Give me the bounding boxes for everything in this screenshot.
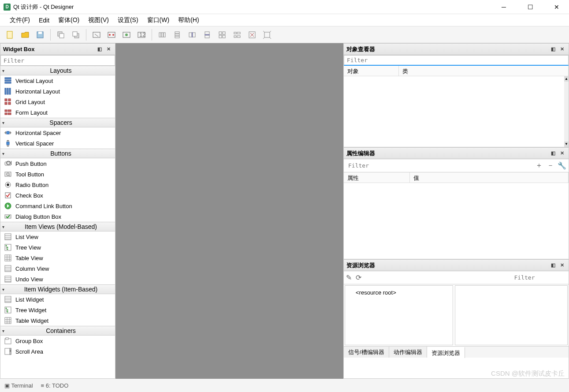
widget-label: Horizontal Layout	[15, 88, 60, 95]
col-value[interactable]: 值	[410, 172, 569, 183]
chevron-down-icon: ▾	[2, 329, 8, 333]
layout-h-button[interactable]	[156, 28, 169, 41]
property-filter[interactable]	[346, 161, 532, 171]
send-back-button[interactable]	[54, 28, 67, 41]
adjust-size-button[interactable]	[260, 28, 274, 41]
table-icon	[4, 254, 12, 261]
property-tree[interactable]	[344, 183, 569, 259]
category-header[interactable]: ▾Spacers	[0, 118, 115, 127]
resource-tree[interactable]: <resource root>	[345, 285, 453, 345]
widget-item[interactable]: Command Link Button	[0, 201, 115, 211]
edit-widgets-button[interactable]	[90, 28, 103, 41]
widget-item[interactable]: Undo View	[0, 274, 115, 284]
bring-front-button[interactable]	[69, 28, 82, 41]
menu-file[interactable]: 文件(F)	[5, 15, 34, 26]
resource-browser-title: 资源浏览器	[346, 261, 375, 269]
col-object[interactable]: 对象	[344, 66, 399, 76]
layout-vsplit-button[interactable]	[201, 28, 214, 41]
edit-signals-button[interactable]	[105, 28, 118, 41]
widget-item[interactable]: Form Layout	[0, 107, 115, 118]
category-header[interactable]: ▾Containers	[0, 326, 115, 336]
dock-close-icon[interactable]: ✕	[104, 45, 112, 53]
tab-signal-slot[interactable]: 信号/槽编辑器	[344, 347, 389, 358]
menu-form[interactable]: 窗体(O)	[54, 15, 84, 26]
design-canvas[interactable]	[115, 43, 343, 379]
chevron-down-icon: ▾	[2, 224, 8, 229]
menu-view[interactable]: 视图(V)	[84, 15, 113, 26]
configure-icon[interactable]: 🔧	[557, 161, 567, 171]
object-inspector-filter[interactable]	[344, 55, 569, 66]
resource-filter[interactable]	[480, 273, 569, 283]
tab-action-editor[interactable]: 动作编辑器	[389, 347, 427, 358]
save-button[interactable]	[33, 28, 47, 41]
minimize-button[interactable]: ─	[495, 1, 513, 13]
hspacer-icon	[4, 129, 12, 136]
widget-box-filter[interactable]	[0, 55, 115, 66]
widget-item[interactable]: Horizontal Spacer	[0, 127, 115, 138]
col-class[interactable]: 类	[399, 66, 569, 76]
widget-item[interactable]: Table Widget	[0, 315, 115, 326]
category-header[interactable]: ▾Item Widgets (Item-Based)	[0, 284, 115, 294]
dock-float-icon[interactable]: ◧	[549, 149, 557, 157]
tab-resource-browser[interactable]: 资源浏览器	[427, 347, 465, 358]
layout-grid-button[interactable]	[216, 28, 229, 41]
dock-close-icon[interactable]: ✕	[558, 45, 566, 53]
dock-close-icon[interactable]: ✕	[558, 261, 566, 269]
widget-item[interactable]: Vertical Layout	[0, 75, 115, 86]
widget-label: Tree View	[15, 244, 41, 251]
category-header[interactable]: ▾Layouts	[0, 66, 115, 75]
menu-edit[interactable]: Edit	[34, 15, 54, 26]
layout-hsplit-button[interactable]	[186, 28, 199, 41]
resource-root-item[interactable]: <resource root>	[347, 287, 451, 298]
widget-item[interactable]: Tool Button	[0, 169, 115, 179]
maximize-button[interactable]: ☐	[521, 1, 539, 13]
svg-rect-21	[189, 33, 192, 37]
widget-item[interactable]: Tree Widget	[0, 305, 115, 315]
terminal-tab[interactable]: ▣ Terminal	[4, 382, 33, 389]
reload-icon[interactable]: ⟳	[353, 273, 363, 283]
resource-view[interactable]	[455, 285, 568, 345]
property-toolbar: ＋ － 🔧	[344, 159, 569, 172]
category-header[interactable]: ▾Buttons	[0, 149, 115, 158]
edit-resource-icon[interactable]: ✎	[344, 273, 353, 283]
dock-close-icon[interactable]: ✕	[558, 149, 566, 157]
break-layout-button[interactable]	[245, 28, 259, 41]
widget-item[interactable]: OKPush Button	[0, 158, 115, 169]
edit-taborder-button[interactable]: 123	[135, 28, 148, 41]
open-button[interactable]	[19, 28, 32, 41]
svg-rect-98	[6, 338, 8, 340]
col-property[interactable]: 属性	[344, 172, 410, 183]
close-button[interactable]: ✕	[548, 1, 565, 13]
category-header[interactable]: ▾Item Views (Model-Based)	[0, 222, 115, 231]
add-property-icon[interactable]: ＋	[534, 161, 544, 171]
widget-item[interactable]: Group Box	[0, 336, 115, 346]
dock-float-icon[interactable]: ◧	[96, 45, 104, 53]
dock-float-icon[interactable]: ◧	[549, 261, 557, 269]
widget-item[interactable]: Column View	[0, 263, 115, 274]
dock-float-icon[interactable]: ◧	[549, 45, 557, 53]
layout-form-button[interactable]	[231, 28, 244, 41]
object-tree[interactable]: ▲▼	[344, 76, 569, 147]
widget-item[interactable]: Dialog Button Box	[0, 211, 115, 222]
layout-v-button[interactable]	[171, 28, 184, 41]
widget-item[interactable]: List Widget	[0, 294, 115, 305]
svg-text:OK: OK	[6, 160, 11, 166]
new-form-button[interactable]	[4, 28, 17, 41]
widget-item[interactable]: Scroll Area	[0, 346, 115, 357]
widget-item[interactable]: Table View	[0, 253, 115, 263]
widget-item[interactable]: Tree View	[0, 242, 115, 253]
widget-item[interactable]: Radio Button	[0, 179, 115, 190]
widget-item[interactable]: Grid Layout	[0, 97, 115, 107]
menu-settings[interactable]: 设置(S)	[113, 15, 143, 26]
todo-tab[interactable]: ≡ 6: TODO	[41, 382, 69, 389]
menu-help[interactable]: 帮助(H)	[174, 15, 203, 26]
widget-item[interactable]: List View	[0, 231, 115, 242]
remove-property-icon[interactable]: －	[546, 161, 555, 171]
edit-buddies-button[interactable]	[120, 28, 133, 41]
widget-item[interactable]: Check Box	[0, 190, 115, 201]
menu-window[interactable]: 窗口(W)	[143, 15, 174, 26]
widget-box-list[interactable]: ▾LayoutsVertical LayoutHorizontal Layout…	[0, 66, 115, 378]
widget-item[interactable]: Horizontal Layout	[0, 86, 115, 97]
widget-item[interactable]: Vertical Spacer	[0, 138, 115, 149]
separator	[152, 29, 152, 41]
